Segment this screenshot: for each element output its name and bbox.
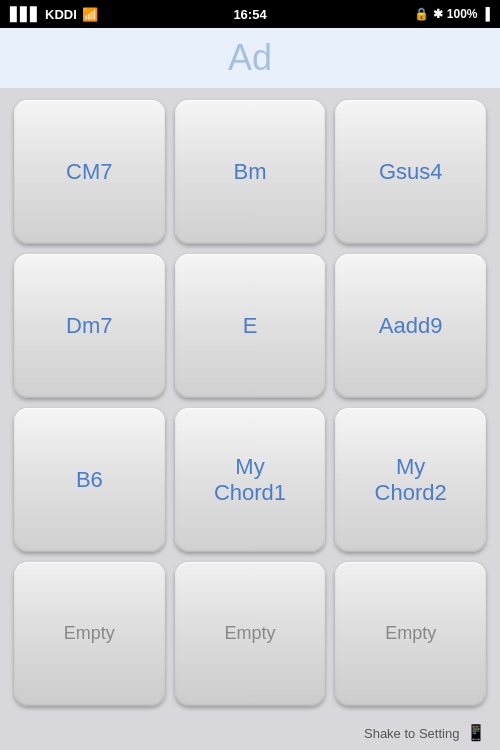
battery-label: 100%	[447, 7, 478, 21]
battery-icon: ▐	[481, 7, 490, 21]
grid-row-1: Dm7EAadd9	[14, 254, 486, 398]
status-right: 🔒 ✱ 100% ▐	[414, 7, 490, 21]
status-bar: ▋▋▋ KDDI 📶 16:54 🔒 ✱ 100% ▐	[0, 0, 500, 28]
chord-btn-2-1[interactable]: My Chord1	[175, 408, 326, 552]
carrier-label: KDDI	[45, 7, 77, 22]
lock-icon: 🔒	[414, 7, 429, 21]
chord-grid: CM7BmGsus4Dm7EAadd9B6My Chord1My Chord2E…	[0, 88, 500, 714]
chord-btn-2-2[interactable]: My Chord2	[335, 408, 486, 552]
status-time: 16:54	[233, 7, 266, 22]
chord-btn-0-0[interactable]: CM7	[14, 100, 165, 244]
chord-btn-1-1[interactable]: E	[175, 254, 326, 398]
wifi-icon: 📶	[82, 7, 98, 22]
chord-btn-0-2[interactable]: Gsus4	[335, 100, 486, 244]
chord-btn-2-0[interactable]: B6	[14, 408, 165, 552]
phone-shake-icon: 📱	[466, 723, 486, 742]
chord-btn-3-1[interactable]: Empty	[175, 562, 326, 706]
bluetooth-icon: ✱	[433, 7, 443, 21]
chord-btn-3-2[interactable]: Empty	[335, 562, 486, 706]
footer-text: Shake to Setting 📱	[364, 723, 486, 742]
grid-row-0: CM7BmGsus4	[14, 100, 486, 244]
footer: Shake to Setting 📱	[0, 714, 500, 750]
title-area	[0, 28, 500, 88]
signal-icon: ▋▋▋	[10, 7, 40, 22]
chord-btn-1-0[interactable]: Dm7	[14, 254, 165, 398]
chord-btn-1-2[interactable]: Aadd9	[335, 254, 486, 398]
title-input[interactable]	[25, 37, 475, 79]
status-left: ▋▋▋ KDDI 📶	[10, 7, 98, 22]
chord-btn-0-1[interactable]: Bm	[175, 100, 326, 244]
chord-btn-3-0[interactable]: Empty	[14, 562, 165, 706]
grid-row-3: EmptyEmptyEmpty	[14, 562, 486, 706]
grid-row-2: B6My Chord1My Chord2	[14, 408, 486, 552]
